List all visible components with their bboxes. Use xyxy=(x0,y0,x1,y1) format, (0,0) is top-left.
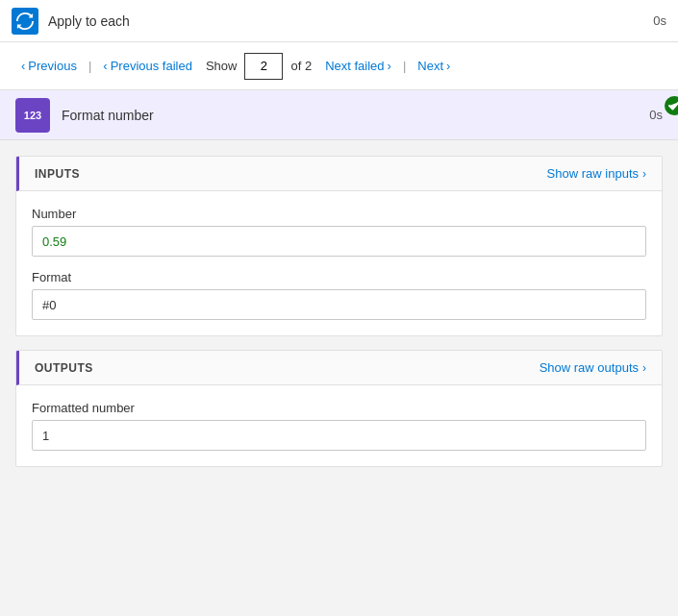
section-header: 123 Format number 0s xyxy=(0,90,678,140)
inputs-panel: INPUTS Show raw inputs › Number Format xyxy=(15,156,663,336)
of-label: of 2 xyxy=(290,59,312,73)
formatted-number-field: Formatted number xyxy=(32,401,646,451)
chevron-right-icon: › xyxy=(388,59,391,73)
title-bar: Apply to each 0s xyxy=(0,0,678,42)
inputs-panel-header: INPUTS Show raw inputs › xyxy=(16,157,662,191)
outputs-panel: OUTPUTS Show raw outputs › Formatted num… xyxy=(15,350,663,467)
show-raw-inputs-button[interactable]: Show raw inputs › xyxy=(547,166,646,181)
formatted-number-input[interactable] xyxy=(32,420,646,451)
formatted-number-label: Formatted number xyxy=(32,401,646,415)
separator-2: | xyxy=(401,59,408,73)
section-title: Format number xyxy=(62,108,649,123)
show-raw-outputs-button[interactable]: Show raw outputs › xyxy=(540,360,646,375)
success-check-icon xyxy=(665,96,678,115)
show-label: Show xyxy=(206,59,238,73)
main-content: INPUTS Show raw inputs › Number Format O… xyxy=(0,140,678,482)
title-bar-time: 0s xyxy=(653,13,666,28)
page-input[interactable] xyxy=(244,53,283,80)
outputs-title: OUTPUTS xyxy=(35,361,93,375)
title-bar-title: Apply to each xyxy=(48,13,653,29)
outputs-panel-body: Formatted number xyxy=(16,385,662,466)
previous-failed-button[interactable]: ‹ Previous failed xyxy=(97,55,198,77)
chevron-left-icon-2: ‹ xyxy=(103,59,107,73)
format-input[interactable] xyxy=(32,289,646,320)
next-button[interactable]: Next › xyxy=(412,55,456,77)
previous-button[interactable]: ‹ Previous xyxy=(15,55,83,77)
chevron-right-icon-2: › xyxy=(446,59,450,73)
chevron-left-icon: ‹ xyxy=(21,59,25,73)
section-time: 0s xyxy=(649,108,663,122)
outputs-panel-header: OUTPUTS Show raw outputs › xyxy=(16,351,662,385)
inputs-panel-body: Number Format xyxy=(16,191,662,335)
number-input[interactable] xyxy=(32,226,646,257)
format-field: Format xyxy=(32,270,646,320)
chevron-right-icon-inputs: › xyxy=(642,167,646,181)
inputs-title: INPUTS xyxy=(35,167,80,181)
format-number-icon: 123 xyxy=(15,98,50,133)
number-label: Number xyxy=(32,207,646,221)
next-failed-button[interactable]: Next failed › xyxy=(319,55,397,77)
loop-icon xyxy=(12,8,38,35)
number-field: Number xyxy=(32,207,646,257)
nav-bar: ‹ Previous | ‹ Previous failed Show of 2… xyxy=(0,42,678,90)
separator: | xyxy=(87,59,93,73)
format-label: Format xyxy=(32,270,646,284)
chevron-right-icon-outputs: › xyxy=(642,361,646,375)
